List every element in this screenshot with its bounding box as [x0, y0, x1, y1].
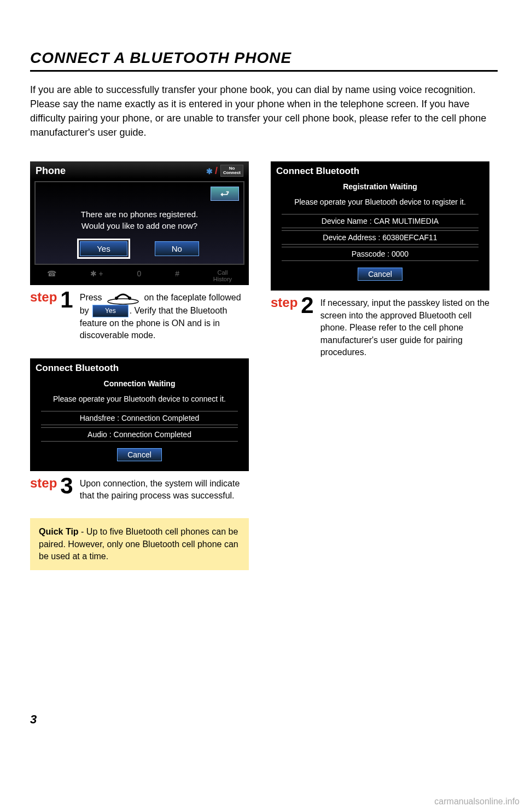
svg-point-1 [115, 297, 118, 300]
step-number-3: 3 [60, 475, 73, 496]
device-name-row: Device Name : CAR MULTIMEDIA [282, 214, 479, 228]
step-number-1: 1 [60, 289, 73, 310]
screenshot-connection-waiting: Connect Bluetooth Connection Waiting Ple… [30, 358, 249, 471]
page-title: CONNECT A BLUETOOTH PHONE [30, 49, 498, 72]
step-label: step [271, 295, 298, 310]
svg-point-0 [108, 299, 138, 304]
handsfree-status: Handsfree : Connection Completed [41, 411, 238, 425]
step-number-2: 2 [301, 295, 313, 316]
quick-tip-label: Quick Tip [39, 527, 79, 536]
passcode-row: Passcode : 0000 [282, 247, 479, 261]
step-1-text: Press on the faceplate followed by Yes. … [80, 289, 249, 342]
device-address-row: Device Address : 60380EFCAF11 [282, 230, 479, 245]
prompt-line-2: Would you like to add one now? [40, 220, 239, 231]
svg-point-2 [128, 297, 131, 300]
screenshot-registration-waiting: Connect Bluetooth Registration Waiting P… [271, 161, 489, 291]
prompt-line-1: There are no phones registered. [40, 208, 239, 220]
screen-title: Connect Bluetooth [271, 161, 489, 179]
cancel-button[interactable]: Cancel [358, 268, 402, 281]
bluetooth-icon: ✱ [206, 167, 213, 176]
page-number: 3 [30, 712, 498, 727]
intro-text: If you are able to successfully transfer… [30, 83, 498, 140]
inline-yes-button: Yes [92, 305, 129, 317]
screen-subtitle: Connection Waiting [30, 376, 249, 391]
cancel-button[interactable]: Cancel [117, 448, 162, 461]
no-button[interactable]: No [155, 241, 199, 256]
screen-subtitle: Registration Waiting [271, 179, 489, 194]
dialer-footer: ☎ ✱ + 0 # Call History [30, 267, 249, 285]
step-label: step [30, 475, 57, 491]
step-label: step [30, 289, 57, 305]
screen-instruction: Please operate your Bluetooth device to … [30, 391, 249, 409]
screen-instruction: Please operate your Bluetooth device to … [271, 194, 489, 212]
screenshot-phone-prompt: Phone ✱/ No Connect ⮐ There are no phone… [30, 161, 249, 285]
step-2-text: If necessary, input the passkey listed o… [320, 295, 489, 358]
audio-status: Audio : Connection Completed [41, 427, 238, 442]
screen-title: Connect Bluetooth [30, 358, 249, 376]
quick-tip-box: Quick Tip - Up to five Bluetooth cell ph… [30, 518, 249, 570]
screen-title: Phone [36, 165, 66, 177]
back-button[interactable]: ⮐ [211, 187, 239, 201]
step-3-text: Upon connection, the system will indicat… [80, 475, 249, 502]
no-connect-indicator: No Connect [220, 165, 243, 177]
phone-icon [107, 292, 139, 305]
yes-button[interactable]: Yes [80, 241, 127, 256]
